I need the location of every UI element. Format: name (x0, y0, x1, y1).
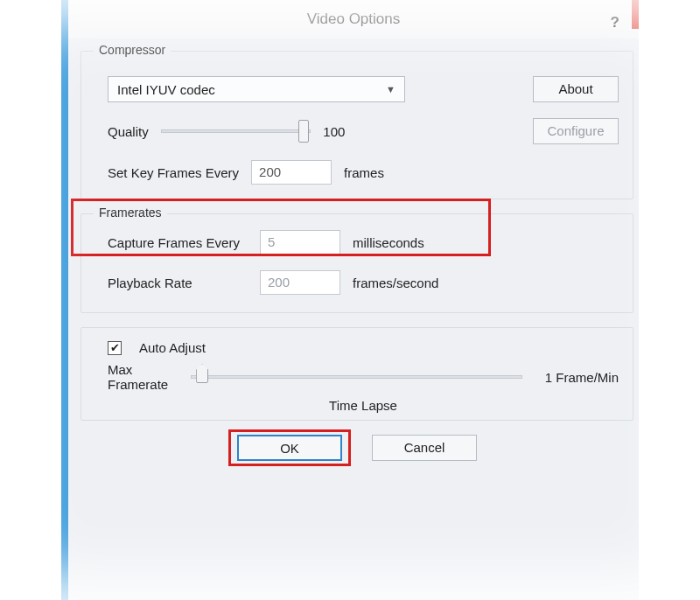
codec-value: Intel IYUV codec (117, 82, 215, 97)
codec-select[interactable]: Intel IYUV codec ▼ (108, 76, 405, 102)
max-framerate-slider[interactable] (191, 367, 522, 387)
title-bar: Video Options ? (68, 0, 639, 38)
quality-slider[interactable] (161, 122, 312, 141)
one-frame-min-label: 1 Frame/Min (545, 370, 619, 385)
playback-label: Playback Rate (108, 276, 248, 290)
autoadjust-checkbox[interactable]: ✔ (108, 341, 122, 355)
autoadjust-label: Auto Adjust (139, 340, 206, 355)
compressor-group: Compressor Intel IYUV codec ▼ About Qual… (80, 51, 634, 199)
capture-input[interactable]: 5 (260, 230, 340, 255)
framerates-legend: Framerates (94, 206, 167, 220)
playback-input[interactable]: 200 (260, 270, 340, 295)
quality-label: Quality (108, 124, 149, 139)
chevron-down-icon: ▼ (386, 84, 396, 94)
time-lapse-label: Time Lapse (329, 398, 397, 413)
help-icon[interactable]: ? (611, 3, 620, 42)
framerates-group: Framerates Capture Frames Every 5 millis… (80, 213, 634, 313)
ok-button[interactable]: OK (237, 435, 342, 461)
compressor-legend: Compressor (94, 43, 171, 57)
autoadjust-group: ✔ Auto Adjust Max Framerate 1 Frame/Min (80, 327, 634, 421)
max-framerate-label-1: Max (108, 362, 168, 377)
keyframe-unit: frames (344, 165, 384, 180)
playback-unit: frames/second (353, 276, 438, 290)
dialog-window: Video Options ? Compressor Intel IYUV co… (61, 0, 639, 600)
configure-button: Configure (533, 118, 619, 144)
window-title: Video Options (307, 10, 400, 27)
capture-label: Capture Frames Every (108, 235, 248, 250)
about-button[interactable]: About (533, 76, 619, 102)
keyframe-input[interactable]: 200 (251, 160, 332, 185)
cancel-button[interactable]: Cancel (372, 435, 477, 461)
quality-value: 100 (323, 124, 358, 139)
max-framerate-label-2: Framerate (108, 377, 168, 392)
close-button-edge[interactable] (632, 0, 639, 29)
keyframe-label: Set Key Frames Every (108, 165, 239, 180)
capture-unit: milliseconds (353, 235, 424, 250)
